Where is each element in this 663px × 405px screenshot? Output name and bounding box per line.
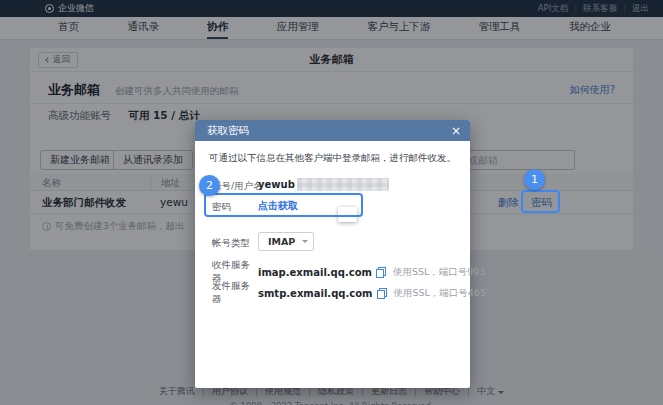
copy-icon[interactable] xyxy=(377,288,387,299)
annotation-box-step1 xyxy=(521,190,560,213)
account-value: yewub xyxy=(258,178,389,191)
modal-description: 可通过以下信息在其他客户端中登录邮箱，进行邮件收发。 xyxy=(209,152,456,165)
account-type-select[interactable]: IMAP xyxy=(258,232,314,251)
account-type-label: 帐号类型 xyxy=(212,237,250,250)
redacted-mosaic xyxy=(297,178,389,191)
account-value-text: yewub xyxy=(258,179,295,190)
outgoing-server-label: 发件服务器 xyxy=(212,280,258,306)
account-type-value: IMAP xyxy=(268,236,295,247)
incoming-server-note: 使用SSL，端口号993 xyxy=(393,266,486,279)
annotation-badge-step1: 1 xyxy=(524,169,545,190)
chevron-down-icon xyxy=(302,240,308,246)
close-icon[interactable]: × xyxy=(451,125,461,137)
outgoing-server-note: 使用SSL，端口号465 xyxy=(394,287,487,300)
outgoing-server-row: 发件服务器 smtp.exmail.qq.com 使用SSL，端口号465 xyxy=(212,280,462,306)
modal-title: 获取密码 xyxy=(207,124,249,138)
app-root: 企业微信 API文档 | 联系客服 | 退出 首页 通讯录 协作 应用管理 客户… xyxy=(0,0,663,405)
incoming-server-value: imap.exmail.qq.com xyxy=(258,267,372,278)
get-password-modal: 获取密码 × 可通过以下信息在其他客户端中登录邮箱，进行邮件收发。 帐号/用户名… xyxy=(195,120,470,388)
copy-icon[interactable] xyxy=(376,267,386,278)
annotation-box-step2 xyxy=(204,193,363,217)
modal-header: 获取密码 × xyxy=(195,120,470,141)
annotation-badge-step2: 2 xyxy=(199,175,220,196)
outgoing-server-value: smtp.exmail.qq.com xyxy=(258,288,373,299)
